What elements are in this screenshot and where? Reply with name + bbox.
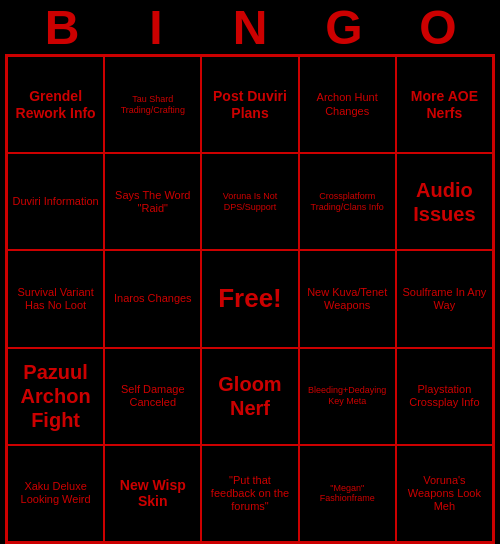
- cell-r4-c0: Xaku Deluxe Looking Weird: [7, 445, 104, 542]
- cell-r0-c3: Archon Hunt Changes: [299, 56, 396, 153]
- bingo-header: BINGO: [0, 0, 500, 54]
- cell-r2-c0: Survival Variant Has No Loot: [7, 250, 104, 347]
- bingo-letter: N: [203, 4, 297, 52]
- cell-r3-c4: Playstation Crossplay Info: [396, 348, 493, 445]
- cell-r4-c2: "Put that feedback on the forums": [201, 445, 298, 542]
- cell-r3-c2: Gloom Nerf: [201, 348, 298, 445]
- cell-r2-c1: Inaros Changes: [104, 250, 201, 347]
- cell-r1-c4: Audio Issues: [396, 153, 493, 250]
- cell-r4-c4: Voruna's Weapons Look Meh: [396, 445, 493, 542]
- bingo-letter: B: [15, 4, 109, 52]
- cell-r2-c2: Free!: [201, 250, 298, 347]
- cell-r0-c0: Grendel Rework Info: [7, 56, 104, 153]
- cell-r3-c3: Bleeding+Dedaying Key Meta: [299, 348, 396, 445]
- bingo-grid: Grendel Rework InfoTau Shard Trading/Cra…: [5, 54, 495, 544]
- cell-r2-c3: New Kuva/Tenet Weapons: [299, 250, 396, 347]
- cell-r1-c0: Duviri Information: [7, 153, 104, 250]
- cell-r1-c2: Voruna Is Not DPS/Support: [201, 153, 298, 250]
- bingo-letter: G: [297, 4, 391, 52]
- cell-r0-c4: More AOE Nerfs: [396, 56, 493, 153]
- cell-r3-c0: Pazuul Archon Fight: [7, 348, 104, 445]
- bingo-letter: O: [391, 4, 485, 52]
- cell-r1-c3: Crossplatform Trading/Clans Info: [299, 153, 396, 250]
- cell-r2-c4: Soulframe In Any Way: [396, 250, 493, 347]
- cell-r3-c1: Self Damage Canceled: [104, 348, 201, 445]
- cell-r0-c2: Post Duviri Plans: [201, 56, 298, 153]
- cell-r1-c1: Says The Word "Raid": [104, 153, 201, 250]
- bingo-letter: I: [109, 4, 203, 52]
- cell-r4-c3: "Megan" Fashionframe: [299, 445, 396, 542]
- cell-r0-c1: Tau Shard Trading/Crafting: [104, 56, 201, 153]
- cell-r4-c1: New Wisp Skin: [104, 445, 201, 542]
